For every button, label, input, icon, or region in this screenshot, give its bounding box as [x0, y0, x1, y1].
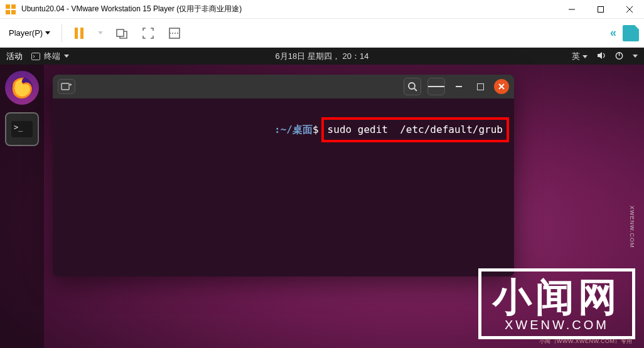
window-maximize-button[interactable]: [473, 79, 488, 94]
minimize-button[interactable]: [557, 0, 586, 18]
svg-rect-0: [6, 4, 10, 9]
svg-line-19: [414, 88, 417, 91]
watermark-cn: 小闻网: [493, 278, 621, 317]
search-button[interactable]: [404, 78, 421, 95]
window-minimize-button[interactable]: [451, 79, 466, 94]
chevron-down-icon[interactable]: [633, 55, 638, 58]
svg-rect-15: [62, 83, 69, 90]
pause-dropdown[interactable]: [96, 24, 105, 43]
activities-button[interactable]: 活动: [6, 51, 23, 62]
svg-rect-1: [11, 4, 16, 9]
gnome-topbar: 活动 终端 6月18日 星期四， 20：14 英: [0, 48, 644, 65]
terminal-icon: [11, 121, 33, 137]
pause-button[interactable]: [70, 24, 89, 43]
terminal-window: :~/桌面$sudo gedit /etc/default/grub: [53, 75, 514, 277]
svg-rect-5: [598, 6, 604, 12]
player-menu-label: Player(P): [9, 28, 43, 38]
host-window-titlebar: Ubuntu20.04 - VMware Workstation 15 Play…: [0, 0, 644, 19]
chevron-down-icon: [45, 31, 50, 34]
svg-rect-8: [117, 29, 124, 36]
highlighted-command: sudo gedit /etc/default/grub: [321, 117, 509, 142]
window-close-button[interactable]: [494, 79, 509, 94]
cycle-icon[interactable]: «: [610, 26, 616, 40]
topbar-app-menu[interactable]: 终端: [31, 51, 69, 62]
topbar-datetime[interactable]: 6月18日 星期四， 20：14: [276, 51, 369, 62]
firefox-icon: [9, 75, 35, 101]
note-icon[interactable]: [623, 25, 639, 41]
dock-item-firefox[interactable]: [5, 71, 39, 105]
close-button[interactable]: [615, 0, 644, 18]
new-tab-button[interactable]: [58, 79, 75, 94]
chevron-down-icon: [582, 55, 588, 58]
power-icon[interactable]: [614, 51, 624, 62]
ubuntu-desktop: 活动 终端 6月18日 星期四， 20：14 英: [0, 48, 644, 348]
dock-item-terminal[interactable]: [5, 112, 39, 146]
watermark-footer: 小闻（WWW.XWENW.COM）专用: [539, 337, 633, 345]
svg-rect-11: [32, 53, 40, 60]
topbar-app-name: 终端: [44, 51, 60, 62]
chevron-down-icon: [64, 55, 69, 58]
ubuntu-dock: [0, 65, 44, 348]
terminal-icon: [31, 52, 40, 61]
svg-point-18: [409, 83, 415, 89]
unity-button[interactable]: [165, 24, 184, 43]
terminal-titlebar[interactable]: [53, 75, 514, 98]
fullscreen-button[interactable]: [139, 24, 158, 43]
command-text: sudo gedit /etc/default/grub: [328, 124, 503, 135]
vmware-toolbar: Player(P) «: [0, 19, 644, 48]
vmware-app-icon: [5, 4, 16, 15]
svg-rect-3: [11, 10, 16, 14]
player-menu[interactable]: Player(P): [5, 26, 54, 40]
toolbar-separator: [62, 24, 62, 42]
send-ctrl-alt-del-button[interactable]: [112, 24, 131, 43]
chevron-down-icon: [98, 31, 103, 34]
watermark-box: 小闻网 XWENW.COM: [478, 268, 635, 339]
prompt-dollar: $: [313, 124, 319, 135]
svg-rect-2: [6, 10, 10, 14]
watermark-en: XWENW.COM: [493, 318, 621, 332]
host-window-title: Ubuntu20.04 - VMware Workstation 15 Play…: [21, 4, 557, 14]
hamburger-menu-button[interactable]: [427, 78, 445, 95]
volume-icon[interactable]: [596, 51, 606, 62]
maximize-button[interactable]: [586, 0, 615, 18]
input-source[interactable]: 英: [572, 51, 588, 62]
watermark-side: XWENW.COM: [629, 206, 635, 248]
prompt-path: :~/桌面: [274, 124, 313, 135]
